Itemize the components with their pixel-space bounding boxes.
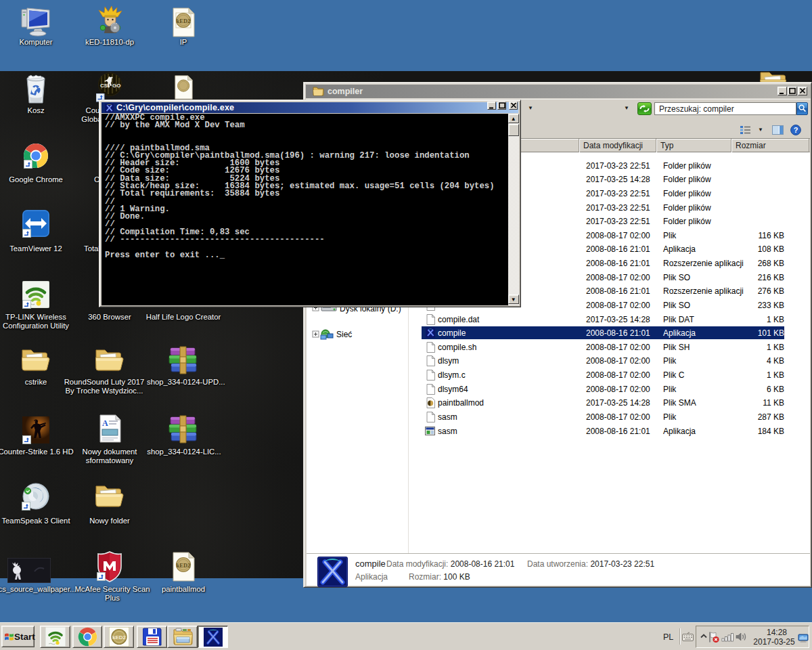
svg-text:?: ? (794, 126, 798, 134)
svg-text:CS: CS (100, 83, 108, 89)
svg-text:kED2: kED2 (112, 634, 126, 641)
svg-text:kED2: kED2 (177, 18, 191, 24)
svg-text:kED2: kED2 (177, 562, 191, 569)
svg-text:GO: GO (112, 83, 120, 89)
svg-text:A: A (102, 418, 108, 428)
svg-text:Sieć: Sieć (336, 330, 352, 339)
